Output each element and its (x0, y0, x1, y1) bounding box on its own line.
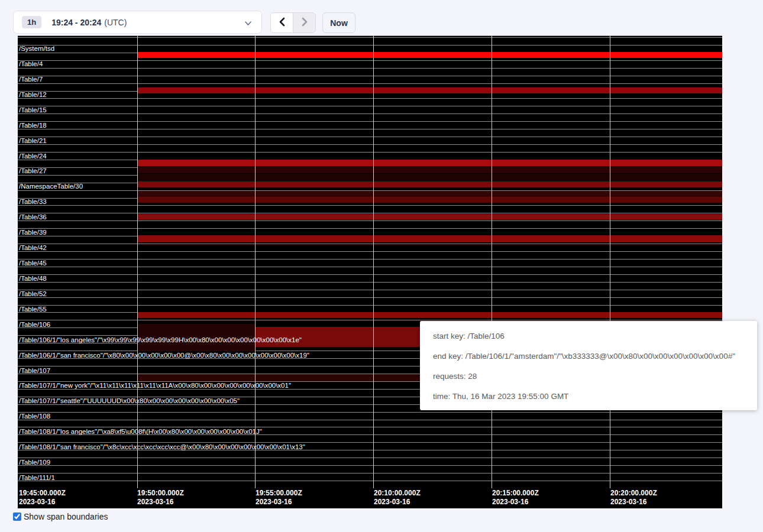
heat-band[interactable] (137, 312, 722, 318)
tooltip-start-key: start key: /Table/106 (433, 326, 757, 346)
key-span-label: /Table/106/1/"san francisco"/"\x80\x00\x… (19, 352, 309, 359)
key-span-label: /Table/108/1/"los angeles"/"\xa8\xf5\u00… (19, 428, 262, 436)
heat-band[interactable] (137, 181, 722, 187)
key-span-label: /NamespaceTable/30 (19, 183, 83, 190)
key-span-label: /Table/15 (19, 106, 47, 114)
key-span-label: /Table/48 (19, 275, 47, 283)
heat-band[interactable] (137, 214, 722, 220)
time-range-timezone: (UTC) (104, 18, 127, 27)
key-span-label: /Table/108 (19, 413, 50, 420)
key-span-label: /Table/109 (19, 459, 50, 466)
key-span-label: /Table/21 (19, 137, 47, 145)
time-gridline (137, 35, 138, 488)
key-span-label: /Table/106/1/"los angeles"/"\x99\x99\x99… (19, 336, 302, 344)
heat-band[interactable] (137, 197, 722, 203)
key-span-label: /Table/36 (19, 213, 47, 221)
time-axis: 19:45:00.000Z2023-03-1619:50:00.000Z2023… (18, 488, 722, 508)
time-axis-tick: 19:50:00.000Z2023-03-16 (137, 489, 184, 507)
show-span-boundaries-checkbox[interactable] (13, 512, 21, 521)
time-gridline (373, 35, 374, 488)
key-span-label: /Table/42 (19, 244, 47, 252)
tooltip-requests: requests: 28 (433, 366, 757, 387)
key-span-label: /Table/4 (19, 60, 43, 68)
previous-interval-button[interactable] (271, 13, 293, 33)
key-visualizer-heatmap[interactable]: /System/tsd/Table/4/Table/7/Table/12/Tab… (18, 35, 722, 508)
show-span-boundaries-label: Show span boundaries (24, 512, 108, 521)
key-span-label: /Table/18 (19, 122, 47, 129)
key-span-label: /Table/52 (19, 290, 47, 298)
heat-band[interactable] (137, 52, 722, 58)
span-boundary-lines (18, 35, 722, 488)
key-span-label: /Table/108/1/"san francisco"/"\x8c\xcc\x… (19, 443, 305, 451)
time-range-text: 19:24 - 20:24 (51, 18, 101, 27)
chart-options: Show span boundaries (13, 512, 108, 521)
heat-band[interactable] (137, 160, 722, 166)
key-span-label: /Table/27 (19, 167, 47, 175)
key-span-label: /Table/107/1/"seattle"/"UUUUUUD\x00\x80\… (19, 397, 240, 405)
time-axis-tick: 20:10:00.000Z2023-03-16 (374, 489, 421, 507)
key-span-label: /Table/39 (19, 229, 47, 236)
key-span-label: /Table/111/1 (19, 474, 55, 482)
heat-band[interactable] (137, 191, 722, 197)
key-span-label: /Table/12 (19, 91, 47, 99)
time-nav-button-group (270, 12, 316, 33)
heat-band[interactable] (137, 235, 722, 242)
time-axis-tick: 19:55:00.000Z2023-03-16 (256, 489, 302, 507)
time-gridline (492, 35, 492, 488)
key-span-label: /Table/45 (19, 259, 47, 267)
time-axis-tick: 20:15:00.000Z2023-03-16 (492, 489, 539, 507)
time-axis-tick: 20:20:00.000Z2023-03-16 (610, 489, 657, 507)
heat-band[interactable] (137, 174, 722, 181)
heat-band[interactable] (137, 166, 722, 173)
heat-band[interactable] (137, 87, 722, 93)
tooltip-end-key: end key: /Table/106/1/"amsterdam"/"\xb33… (433, 346, 757, 366)
time-range-preset-badge: 1h (22, 16, 41, 28)
key-span-label: /Table/33 (19, 198, 47, 206)
key-span-label: /Table/107/1/"new york"/"\x11\x11\x11\x1… (19, 382, 291, 390)
now-button[interactable]: Now (322, 12, 355, 33)
key-span-label: /System/tsd (19, 45, 54, 53)
chevron-right-icon (300, 17, 309, 29)
time-gridline (610, 35, 610, 488)
time-axis-tick: 19:45:00.000Z2023-03-16 (19, 489, 66, 507)
chevron-left-icon (278, 17, 286, 29)
key-span-label: /Table/24 (19, 153, 47, 160)
time-range-dropdown[interactable]: 1h 19:24 - 20:24 (UTC) (13, 11, 262, 34)
key-span-label: /Table/106 (19, 321, 50, 329)
key-span-label: /Table/7 (19, 76, 43, 83)
tooltip-time: time: Thu, 16 Mar 2023 19:55:00 GMT (433, 387, 757, 407)
span-hover-tooltip: start key: /Table/106 end key: /Table/10… (420, 321, 757, 410)
key-span-label: /Table/55 (19, 306, 47, 313)
next-interval-button[interactable] (293, 13, 315, 33)
key-span-label: /Table/107 (19, 367, 50, 375)
chevron-down-icon (244, 19, 252, 30)
time-gridline (255, 35, 256, 488)
